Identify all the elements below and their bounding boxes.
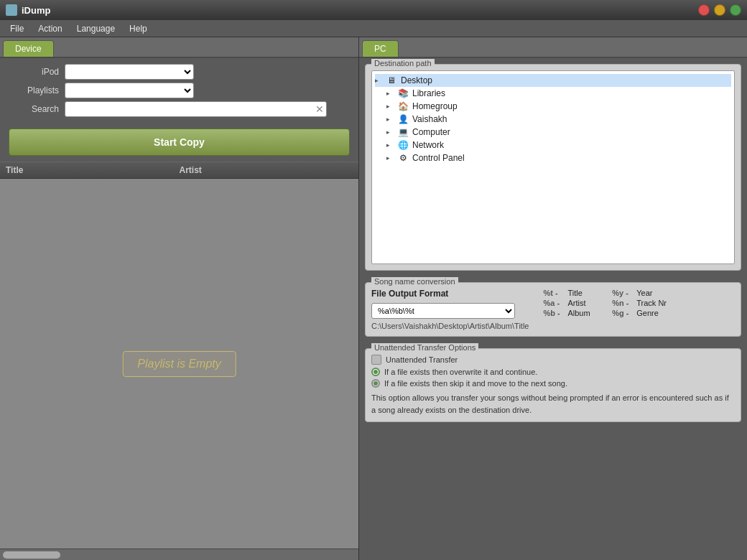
right-tab-bar: PC: [359, 37, 747, 58]
libraries-icon: 📚: [396, 88, 409, 98]
code-n-desc: Track Nr: [636, 299, 667, 307]
tree-arrow-control-panel: ▸: [386, 154, 396, 162]
ipod-row: iPod: [9, 64, 350, 80]
format-left: File Output Format %a\%b\%t C:\Users\Vai…: [371, 289, 529, 330]
code-t: %t - Title: [543, 289, 598, 297]
destination-path-title: Destination path: [371, 59, 435, 67]
code-n-code: %n -: [612, 299, 634, 307]
code-b-desc: Album: [567, 309, 590, 317]
network-icon: 🌐: [396, 140, 409, 150]
ipod-select[interactable]: [65, 64, 194, 80]
song-conversion-title: Song name conversion: [371, 277, 458, 286]
playlist-empty-message: Playlist is Empty: [122, 351, 236, 377]
tree-item-control-panel[interactable]: ▸ ⚙ Control Panel: [375, 151, 731, 164]
search-input[interactable]: [65, 101, 327, 117]
song-conversion-section: Song name conversion File Output Format …: [365, 282, 741, 337]
search-wrap: ✕: [65, 101, 327, 117]
tree-item-network[interactable]: ▸ 🌐 Network: [375, 139, 731, 151]
tree-arrow-vaishakh: ▸: [386, 116, 396, 123]
tree-arrow-desktop: ▸: [375, 77, 385, 84]
tree-arrow-network: ▸: [386, 141, 396, 149]
main-content: Device iPod Playlists Search ✕ Start Cop…: [0, 37, 747, 560]
left-tab-bar: Device: [0, 37, 358, 58]
app-icon: [6, 4, 17, 16]
format-select-row: %a\%b\%t: [371, 303, 529, 319]
radio2-icon[interactable]: [371, 379, 380, 388]
menu-help[interactable]: Help: [122, 22, 154, 35]
tree-arrow-homegroup: ▸: [386, 103, 396, 110]
unattended-checkbox[interactable]: [371, 355, 381, 365]
radio2-row: If a file exists then skip it and move t…: [371, 379, 735, 388]
playlists-label: Playlists: [9, 85, 59, 95]
code-y: %y - Year: [612, 289, 667, 297]
tree-item-homegroup[interactable]: ▸ 🏠 Homegroup: [375, 100, 731, 113]
window-controls: [698, 4, 741, 16]
desktop-icon: 🖥: [385, 75, 398, 85]
format-select[interactable]: %a\%b\%t: [371, 303, 515, 319]
code-a-code: %a -: [543, 299, 565, 307]
maximize-button[interactable]: [730, 4, 741, 16]
computer-icon: 💻: [396, 127, 409, 137]
tree-label-control-panel: Control Panel: [412, 153, 465, 163]
file-output-format-label: File Output Format: [371, 289, 448, 299]
menu-action[interactable]: Action: [31, 22, 69, 35]
menu-file[interactable]: File: [3, 22, 31, 35]
radio1-icon[interactable]: [371, 368, 380, 376]
tree-item-vaishakh[interactable]: ▸ 👤 Vaishakh: [375, 113, 731, 126]
tab-pc[interactable]: PC: [362, 40, 399, 57]
tree-label-computer: Computer: [412, 127, 450, 137]
tree-arrow-libraries: ▸: [386, 90, 396, 97]
code-n: %n - Track Nr: [612, 299, 667, 307]
code-g: %g - Genre: [612, 309, 667, 317]
tree-arrow-computer: ▸: [386, 129, 396, 136]
tree-label-homegroup: Homegroup: [412, 101, 458, 111]
destination-tree: ▸ 🖥 Desktop ▸ 📚 Libraries ▸ 🏠 Homeg: [371, 70, 735, 264]
menu-bar: File Action Language Help: [0, 20, 747, 37]
code-a: %a - Artist: [543, 299, 598, 307]
radio1-label: If a file exists then overwrite it and c…: [384, 368, 537, 376]
tree-item-desktop[interactable]: ▸ 🖥 Desktop: [375, 74, 731, 87]
playlists-select[interactable]: [65, 83, 194, 98]
song-conversion-content: File Output Format %a\%b\%t C:\Users\Vai…: [366, 289, 741, 336]
menu-language[interactable]: Language: [70, 22, 122, 35]
minimize-button[interactable]: [714, 4, 725, 16]
code-b: %b - Album: [543, 309, 598, 317]
unattended-content: Unattended Transfer If a file exists the…: [366, 355, 741, 421]
scrollbar-thumb[interactable]: [3, 551, 60, 559]
search-clear-icon[interactable]: ✕: [315, 104, 324, 114]
close-button[interactable]: [698, 4, 710, 16]
control-panel-icon: ⚙: [396, 153, 409, 163]
playlists-row: Playlists: [9, 83, 350, 98]
tree-item-libraries[interactable]: ▸ 📚 Libraries: [375, 87, 731, 100]
unattended-checkbox-label: Unattended Transfer: [386, 355, 458, 364]
unattended-section: Unattended Transfer Options Unattended T…: [365, 348, 741, 422]
start-copy-button[interactable]: Start Copy: [9, 129, 350, 156]
title-column-header: Title: [6, 165, 180, 175]
tree-label-desktop: Desktop: [401, 75, 432, 85]
code-g-code: %g -: [612, 309, 634, 317]
code-g-desc: Genre: [636, 309, 659, 317]
code-a-desc: Artist: [567, 299, 585, 307]
format-label-row: File Output Format: [371, 289, 529, 299]
tracks-area: Playlist is Empty: [0, 179, 358, 549]
code-b-code: %b -: [543, 309, 565, 317]
destination-path-content: ▸ 🖥 Desktop ▸ 📚 Libraries ▸ 🏠 Homeg: [366, 70, 741, 270]
horizontal-scrollbar[interactable]: [0, 549, 358, 560]
tree-label-vaishakh: Vaishakh: [412, 114, 447, 124]
destination-path-section: Destination path ▸ 🖥 Desktop ▸ 📚 Librari…: [365, 64, 741, 271]
tracks-header: Title Artist: [0, 162, 358, 179]
radio1-row: If a file exists then overwrite it and c…: [371, 368, 735, 376]
vaishakh-icon: 👤: [396, 114, 409, 124]
unattended-checkbox-row: Unattended Transfer: [371, 355, 735, 365]
tab-device[interactable]: Device: [3, 40, 54, 57]
tree-label-libraries: Libraries: [412, 88, 445, 98]
homegroup-icon: 🏠: [396, 101, 409, 111]
app-title: iDump: [22, 5, 50, 16]
format-output-path: C:\Users\Vaishakh\Desktop\Artist\Album\T…: [371, 322, 529, 330]
code-y-code: %y -: [612, 289, 634, 297]
code-t-code: %t -: [543, 289, 565, 297]
tree-item-computer[interactable]: ▸ 💻 Computer: [375, 126, 731, 139]
unattended-title: Unattended Transfer Options: [371, 343, 478, 352]
format-codes: %t - Title %y - Year %a - Artist %n -: [543, 289, 667, 317]
search-row: Search ✕: [9, 101, 350, 117]
